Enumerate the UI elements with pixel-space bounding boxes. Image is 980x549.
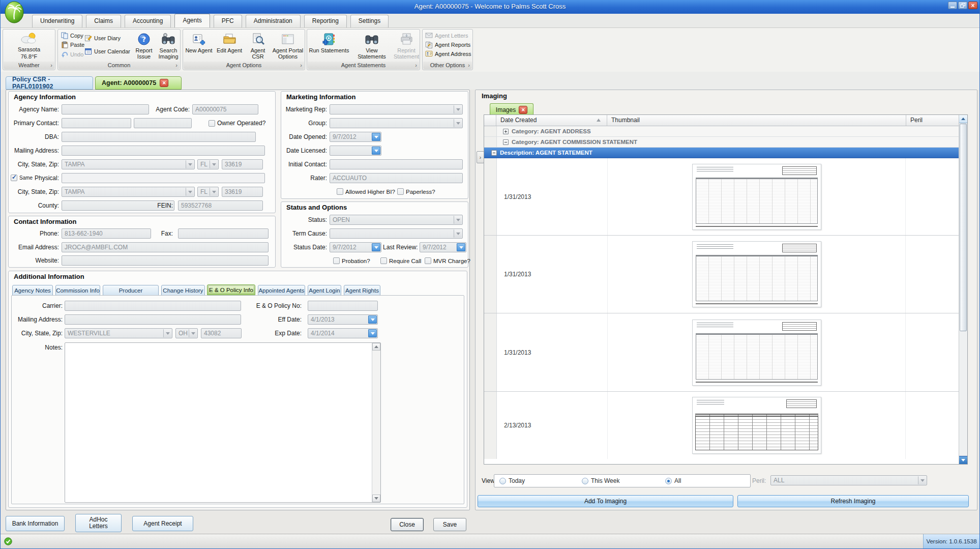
minimize-button[interactable] <box>948 2 957 9</box>
statement-thumbnail[interactable] <box>692 320 821 386</box>
fax-input[interactable] <box>178 228 269 239</box>
agent-letters-button[interactable]: Agent Letters <box>425 31 468 40</box>
group-combo[interactable] <box>330 118 463 128</box>
eo-exp-date-picker[interactable]: 4/1/2014 <box>308 328 378 338</box>
group-label-other-options[interactable]: Other Options <box>423 62 472 69</box>
statement-thumbnail[interactable] <box>692 241 821 307</box>
new-agent-button[interactable]: New Agent <box>184 31 214 63</box>
image-row[interactable]: 1/31/2013 <box>484 313 959 392</box>
tab-images[interactable]: Images <box>490 103 533 115</box>
scroll-down-button[interactable] <box>372 495 380 502</box>
scroll-up-button[interactable] <box>372 343 380 351</box>
radio-this-week[interactable]: This Week <box>582 477 619 484</box>
primary-contact-first-input[interactable] <box>62 118 131 128</box>
paperless-checkbox[interactable] <box>397 188 404 195</box>
agent-address-button[interactable]: Agent Address <box>425 49 471 58</box>
phone-input[interactable]: 813-662-1940 <box>62 228 151 239</box>
agent-code-input[interactable]: A00000075 <box>192 104 258 114</box>
date-licensed-picker[interactable] <box>330 146 381 156</box>
statement-thumbnail[interactable] <box>692 164 821 230</box>
save-button[interactable]: Save <box>433 518 466 531</box>
tab-eo-policy-info[interactable]: E & O Policy Info <box>207 284 255 295</box>
rater-input[interactable]: ACCUAUTO <box>330 173 463 183</box>
tab-agent-active[interactable]: Agent: A00000075 <box>95 76 182 90</box>
ribbon-tab-reporting[interactable]: Reporting <box>304 15 347 27</box>
physical-zip-input[interactable]: 33619 <box>222 187 263 197</box>
category-row-agent-address[interactable]: Category: AGENT ADDRESS <box>484 126 959 137</box>
notes-textarea[interactable] <box>65 342 381 503</box>
ribbon-tab-agents[interactable]: Agents <box>174 14 210 27</box>
agent-receipt-button[interactable]: Agent Receipt <box>132 516 193 531</box>
user-diary-button[interactable]: User Diary <box>84 34 121 42</box>
group-label-agent-statements[interactable]: Agent Statements <box>308 62 419 69</box>
statement-thumbnail[interactable] <box>692 397 821 454</box>
row-selector[interactable] <box>484 126 497 136</box>
expand-panel-button[interactable] <box>477 151 484 163</box>
eo-eff-date-picker[interactable]: 4/1/2013 <box>308 314 378 325</box>
tab-appointed-agents[interactable]: Appointed Agents <box>258 285 305 296</box>
ribbon-tab-pfc[interactable]: PFC <box>214 15 242 27</box>
physical-address-input[interactable] <box>62 173 265 183</box>
last-review-picker[interactable]: 9/7/2012 <box>420 242 466 252</box>
copy-button[interactable]: Copy <box>61 31 83 40</box>
tab-commission-info[interactable]: Commission Info <box>55 285 100 296</box>
scroll-down-button[interactable] <box>959 456 967 464</box>
mailing-state-combo[interactable]: FL <box>197 159 219 169</box>
image-row[interactable]: 1/31/2013 <box>484 158 959 236</box>
row-selector[interactable] <box>484 137 497 147</box>
app-logo-icon[interactable] <box>3 1 25 24</box>
row-selector[interactable] <box>484 313 497 391</box>
agent-csr-button[interactable]: Agent CSR <box>245 31 271 63</box>
physical-city-combo[interactable]: TAMPA <box>62 187 195 197</box>
category-row-agent-commission-statement[interactable]: Category: AGENT COMMISSION STATEMENT <box>484 137 959 148</box>
view-statements-button[interactable]: View Statements <box>351 31 393 63</box>
group-label-common[interactable]: Common <box>58 62 180 69</box>
mvr-charge-checkbox[interactable] <box>425 257 431 264</box>
eo-city-combo[interactable]: WESTERVILLE <box>65 328 172 338</box>
tab-producer-statements[interactable]: Producer Statements <box>103 285 159 296</box>
ribbon-tab-claims[interactable]: Claims <box>86 15 121 27</box>
ribbon-tab-accounting[interactable]: Accounting <box>125 15 171 27</box>
mailing-city-combo[interactable]: TAMPA <box>62 159 195 169</box>
eo-mailing-address-input[interactable] <box>65 314 241 325</box>
probation-checkbox[interactable] <box>333 257 340 264</box>
website-input[interactable] <box>62 255 269 266</box>
close-button[interactable]: Close <box>391 518 424 531</box>
restore-button[interactable] <box>958 2 967 9</box>
physical-state-combo[interactable]: FL <box>197 187 219 197</box>
require-call-checkbox[interactable] <box>380 257 387 264</box>
ribbon-tab-settings[interactable]: Settings <box>350 15 389 27</box>
status-combo[interactable]: OPEN <box>330 215 463 225</box>
scrollbar-thumb[interactable] <box>960 124 967 331</box>
row-selector[interactable] <box>484 236 497 313</box>
add-to-imaging-button[interactable]: Add To Imaging <box>478 495 733 507</box>
same-address-checkbox[interactable] <box>11 175 17 181</box>
paste-button[interactable]: Paste <box>61 40 84 49</box>
initial-contact-input[interactable] <box>330 159 463 169</box>
image-row[interactable]: 2/13/2013 <box>484 392 959 459</box>
run-statements-button[interactable]: Run Statements <box>308 31 350 63</box>
owner-operated-checkbox[interactable] <box>209 120 215 127</box>
allowed-higher-bi-checkbox[interactable] <box>337 188 343 195</box>
image-row[interactable]: 1/31/2013 <box>484 236 959 313</box>
user-calendar-button[interactable]: User Calendar <box>84 47 130 55</box>
mailing-zip-input[interactable]: 33619 <box>222 159 263 169</box>
undo-button[interactable]: Undo <box>61 50 83 59</box>
email-input[interactable]: JROCA@AMBFL.COM <box>62 242 269 252</box>
group-label-agent-options[interactable]: Agent Options <box>184 62 304 69</box>
close-tab-icon[interactable] <box>519 106 527 114</box>
tab-policy-csr[interactable]: Policy CSR - PAFL0101902 <box>6 76 93 90</box>
close-window-button[interactable] <box>968 2 977 9</box>
agent-portal-options-button[interactable]: Agent Portal Options <box>272 31 304 63</box>
status-date-picker[interactable]: 9/7/2012 <box>330 242 381 252</box>
imaging-scrollbar[interactable] <box>959 115 967 464</box>
tab-agency-notes[interactable]: Agency Notes <box>12 285 53 296</box>
collapse-icon[interactable] <box>491 150 497 156</box>
date-opened-picker[interactable]: 9/7/2012 <box>330 132 381 142</box>
adhoc-letters-button[interactable]: AdHoc Letters <box>75 514 122 532</box>
agent-reports-button[interactable]: Agent Reports <box>425 40 470 49</box>
row-selector[interactable] <box>484 158 497 235</box>
close-tab-icon[interactable] <box>160 79 168 87</box>
bank-information-button[interactable]: Bank Information <box>6 516 65 531</box>
term-cause-combo[interactable] <box>330 228 463 239</box>
